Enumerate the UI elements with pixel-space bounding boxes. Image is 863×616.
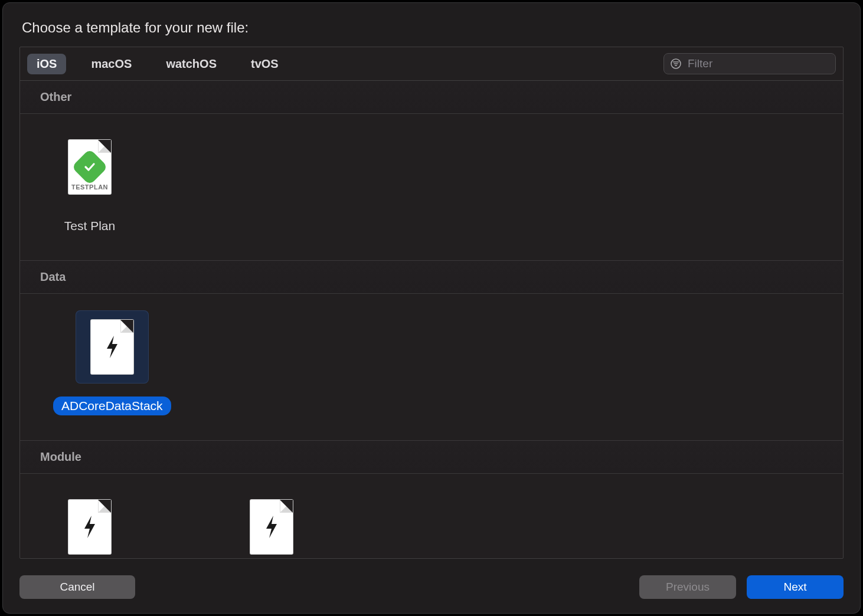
platform-tab-tvos[interactable]: tvOS: [241, 54, 288, 74]
checkmark-badge-icon: [71, 149, 108, 185]
template-label: ADCoreDataStack: [53, 397, 171, 415]
section-header-module: Module: [20, 441, 843, 474]
dialog-footer: Cancel Previous Next: [19, 559, 844, 599]
file-icon: [68, 500, 111, 554]
lightning-icon: [250, 500, 293, 554]
section-body-data: ADCoreDataStack: [20, 294, 843, 441]
new-file-template-dialog: Choose a template for your new file: iOS…: [2, 2, 861, 614]
file-badge-text: TESTPLAN: [68, 184, 111, 191]
platform-tabs: iOS macOS watchOS tvOS: [27, 54, 288, 74]
template-icon-generic: [53, 490, 126, 558]
cancel-button[interactable]: Cancel: [19, 575, 135, 599]
file-icon: TESTPLAN: [68, 140, 111, 194]
template-icon-generic: [76, 310, 149, 384]
template-item-test-plan[interactable]: TESTPLAN Test Plan: [53, 130, 126, 235]
template-item-module-2[interactable]: [235, 490, 308, 558]
template-item-adcoredatastack[interactable]: ADCoreDataStack: [53, 310, 171, 415]
lightning-icon: [91, 320, 133, 374]
template-item-module-1[interactable]: [53, 490, 126, 558]
filter-icon: [670, 58, 682, 70]
filter-input[interactable]: [688, 57, 829, 70]
template-icon-generic: [235, 490, 308, 558]
template-icon-testplan: TESTPLAN: [53, 130, 126, 204]
dialog-title: Choose a template for your new file:: [22, 19, 841, 36]
previous-button: Previous: [639, 575, 736, 599]
platform-tab-macos[interactable]: macOS: [81, 54, 141, 74]
toolbar: iOS macOS watchOS tvOS: [20, 47, 843, 81]
template-panel: iOS macOS watchOS tvOS: [19, 47, 844, 559]
next-button[interactable]: Next: [747, 575, 844, 599]
section-body-module: [20, 474, 843, 558]
template-list[interactable]: Other TE: [20, 81, 843, 558]
section-header-other: Other: [20, 81, 843, 114]
file-icon: [91, 320, 133, 374]
platform-tab-ios[interactable]: iOS: [27, 54, 66, 74]
platform-tab-watchos[interactable]: watchOS: [156, 54, 226, 74]
template-label: Test Plan: [56, 217, 123, 235]
filter-field[interactable]: [663, 53, 836, 74]
file-icon: [250, 500, 293, 554]
section-header-data: Data: [20, 261, 843, 294]
section-body-other: TESTPLAN Test Plan: [20, 114, 843, 261]
lightning-icon: [68, 500, 111, 554]
